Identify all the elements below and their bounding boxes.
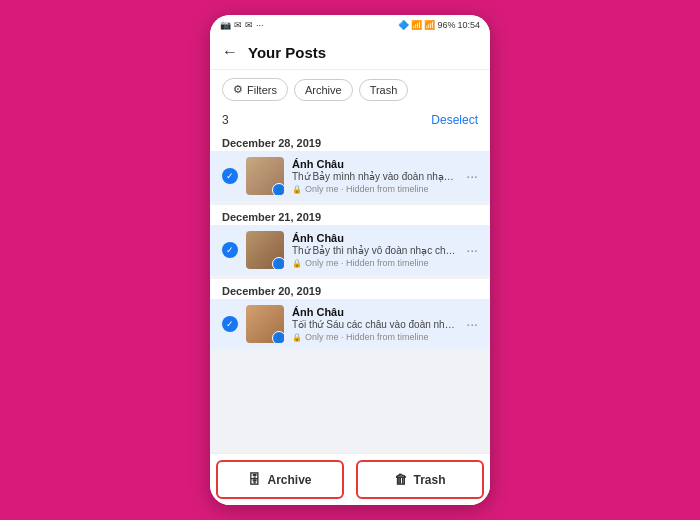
lock-icon-2: 🔒 <box>292 259 302 268</box>
post-item-2[interactable]: Ánh Châu Thứ Bảy thì nhảy vô đoàn nhạc c… <box>210 225 490 275</box>
post-thumbnail-3 <box>246 305 284 343</box>
filter-filters-button[interactable]: ⚙ Filters <box>222 78 288 101</box>
bottom-actions: 🗄 Archive 🗑 Trash <box>210 453 490 505</box>
date-group-2: December 21, 2019 Ánh Châu Thứ Bảy thì n… <box>210 205 490 275</box>
date-group-3: December 20, 2019 Ánh Châu Tối thứ Sáu c… <box>210 279 490 349</box>
date-label-1: December 28, 2019 <box>210 131 490 151</box>
post-author-2: Ánh Châu <box>292 232 458 244</box>
more-options-3[interactable]: ··· <box>466 316 478 332</box>
post-info-2: Ánh Châu Thứ Bảy thì nhảy vô đoàn nhạc c… <box>292 232 458 268</box>
post-info-3: Ánh Châu Tối thứ Sáu các châu vào đoàn n… <box>292 306 458 342</box>
status-icon-mail: ✉ <box>234 20 242 30</box>
post-checkbox-2[interactable] <box>222 242 238 258</box>
wifi-icon: 📶 <box>411 20 422 30</box>
post-info-1: Ánh Châu Thứ Bảy mình nhảy vào đoàn nhạc… <box>292 158 458 194</box>
post-thumbnail-2 <box>246 231 284 269</box>
selection-row: 3 Deselect <box>210 109 490 131</box>
post-meta-1: 🔒 Only me · Hidden from timeline <box>292 184 458 194</box>
post-item-1[interactable]: Ánh Châu Thứ Bảy mình nhảy vào đoàn nhạc… <box>210 151 490 201</box>
avatar-badge-2 <box>272 257 284 269</box>
time-label: 10:54 <box>457 20 480 30</box>
bluetooth-icon: 🔷 <box>398 20 409 30</box>
post-text-3: Tối thứ Sáu các châu vào đoàn nhạc cho m… <box>292 318 458 331</box>
date-group-1: December 28, 2019 Ánh Châu Thứ Bảy mình … <box>210 131 490 201</box>
page-header: ← Your Posts <box>210 35 490 70</box>
status-icon-more: ··· <box>256 20 264 30</box>
post-text-2: Thứ Bảy thì nhảy vô đoàn nhạc chứ ngủ gì… <box>292 244 458 257</box>
filter-icon: ⚙ <box>233 83 243 96</box>
date-label-3: December 20, 2019 <box>210 279 490 299</box>
post-checkbox-1[interactable] <box>222 168 238 184</box>
post-author-1: Ánh Châu <box>292 158 458 170</box>
post-meta-2: 🔒 Only me · Hidden from timeline <box>292 258 458 268</box>
back-button[interactable]: ← <box>222 43 238 61</box>
phone-frame: 📷 ✉ ✉ ··· 🔷 📶 📶 96% 10:54 ← Your Posts ⚙… <box>210 15 490 505</box>
post-checkbox-3[interactable] <box>222 316 238 332</box>
post-meta-3: 🔒 Only me · Hidden from timeline <box>292 332 458 342</box>
trash-button[interactable]: 🗑 Trash <box>356 460 484 499</box>
archive-icon: 🗄 <box>248 472 261 487</box>
post-text-1: Thứ Bảy mình nhảy vào đoàn nhạc rinh quà… <box>292 170 458 183</box>
archive-label: Archive <box>267 473 311 487</box>
lock-icon-1: 🔒 <box>292 185 302 194</box>
status-left-icons: 📷 ✉ ✉ ··· <box>220 20 264 30</box>
more-options-2[interactable]: ··· <box>466 242 478 258</box>
selection-count: 3 <box>222 113 229 127</box>
signal-icon: 📶 <box>424 20 435 30</box>
avatar-badge-3 <box>272 331 284 343</box>
more-options-1[interactable]: ··· <box>466 168 478 184</box>
status-right-info: 🔷 📶 📶 96% 10:54 <box>398 20 480 30</box>
filter-bar: ⚙ Filters Archive Trash <box>210 70 490 109</box>
filter-archive-button[interactable]: Archive <box>294 79 353 101</box>
page-title: Your Posts <box>248 44 326 61</box>
date-label-2: December 21, 2019 <box>210 205 490 225</box>
deselect-button[interactable]: Deselect <box>431 113 478 127</box>
post-thumbnail-1 <box>246 157 284 195</box>
post-item-3[interactable]: Ánh Châu Tối thứ Sáu các châu vào đoàn n… <box>210 299 490 349</box>
status-icon-camera: 📷 <box>220 20 231 30</box>
filter-trash-button[interactable]: Trash <box>359 79 409 101</box>
status-bar: 📷 ✉ ✉ ··· 🔷 📶 📶 96% 10:54 <box>210 15 490 35</box>
post-author-3: Ánh Châu <box>292 306 458 318</box>
trash-icon: 🗑 <box>394 472 407 487</box>
posts-content: December 28, 2019 Ánh Châu Thứ Bảy mình … <box>210 131 490 453</box>
status-icon-email: ✉ <box>245 20 253 30</box>
trash-label: Trash <box>413 473 445 487</box>
lock-icon-3: 🔒 <box>292 333 302 342</box>
archive-button[interactable]: 🗄 Archive <box>216 460 344 499</box>
battery-label: 96% <box>437 20 455 30</box>
avatar-badge-1 <box>272 183 284 195</box>
